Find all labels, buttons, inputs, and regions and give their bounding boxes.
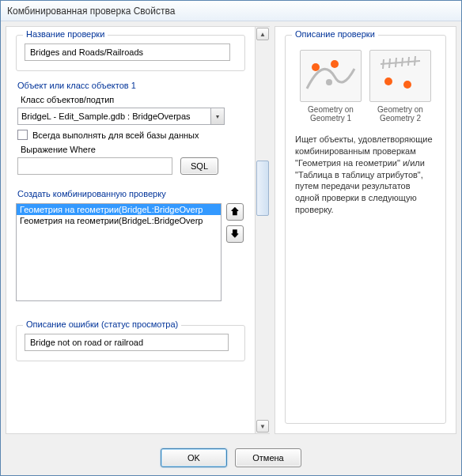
svg-point-2	[326, 79, 332, 85]
scroll-thumb[interactable]	[256, 161, 269, 216]
arrow-down-icon: 🡇	[230, 229, 240, 240]
thumb-caption: Geometry on Geometry 2	[377, 105, 423, 123]
svg-point-11	[403, 81, 411, 89]
error-group: Описание ошибки (статус просмотра)	[16, 325, 245, 361]
description-title: Описание проверки	[292, 29, 378, 39]
check-name-group: Название проверки	[16, 35, 245, 71]
error-label: Описание ошибки (статус просмотра)	[23, 319, 181, 329]
ok-button[interactable]: OK	[161, 448, 227, 467]
svg-line-9	[415, 56, 415, 66]
check-name-input[interactable]	[25, 43, 230, 61]
where-input[interactable]	[17, 157, 172, 175]
left-pane: Название проверки Объект или класс объек…	[6, 26, 256, 434]
thumb-caption: Geometry on Geometry 1	[308, 105, 354, 123]
dialog-window: Комбинированная проверка Свойства Назван…	[0, 0, 462, 476]
sql-button[interactable]: SQL	[180, 157, 218, 175]
cancel-button[interactable]: Отмена	[235, 448, 301, 467]
class-label: Класс объектов/подтип	[21, 95, 245, 104]
dialog-footer: OK Отмена	[6, 440, 456, 475]
vertical-scrollbar[interactable]: ▲ ▼	[256, 26, 270, 434]
panes: Название проверки Объект или класс объек…	[6, 26, 456, 440]
list-item[interactable]: Геометрия на геометрии(BridgeL:BridgeOve…	[17, 204, 221, 215]
always-run-checkbox[interactable]	[17, 130, 28, 140]
dialog-body: Название проверки Объект или класс объек…	[1, 21, 461, 475]
arrow-up-icon: 🡅	[230, 206, 240, 217]
svg-line-7	[402, 58, 403, 66]
thumbnail-row: Geometry on Geometry 1	[293, 50, 437, 123]
move-up-button[interactable]: 🡅	[226, 203, 244, 221]
svg-point-0	[312, 63, 320, 71]
svg-line-8	[408, 57, 409, 66]
class-combo[interactable]: BridgeL - Edit_Sample.gdb : BridgeOverpa…	[17, 108, 225, 125]
check-name-label: Название проверки	[23, 29, 108, 39]
description-text: Ищет объекты, удовлетворяющие комбиниров…	[293, 132, 437, 217]
always-run-row[interactable]: Всегда выполнять для всей базы данных	[17, 130, 245, 140]
combined-title: Создать комбинированную проверку	[17, 189, 245, 198]
thumbnail-1: Geometry on Geometry 1	[300, 50, 362, 123]
object-class-title: Объект или класс объектов 1	[17, 81, 245, 90]
geometry-icon	[369, 50, 431, 102]
right-pane: Описание проверки	[275, 26, 456, 434]
combined-listbox[interactable]: Геометрия на геометрии(BridgeL:BridgeOve…	[16, 203, 222, 301]
chevron-down-icon[interactable]: ▾	[210, 108, 225, 125]
where-label: Выражение Where	[21, 145, 245, 154]
always-run-label: Всегда выполнять для всей базы данных	[32, 130, 199, 140]
scroll-down-button[interactable]: ▼	[256, 420, 269, 433]
scroll-track[interactable]	[256, 42, 269, 418]
class-combo-value: BridgeL - Edit_Sample.gdb : BridgeOverpa…	[17, 108, 210, 125]
thumbnail-2: Geometry on Geometry 2	[369, 50, 431, 123]
svg-line-5	[389, 59, 390, 68]
list-item[interactable]: Геометрия на геометрии(BridgeL:BridgeOve…	[17, 215, 221, 226]
window-title: Комбинированная проверка Свойства	[7, 6, 175, 17]
scroll-up-button[interactable]: ▲	[256, 28, 269, 40]
titlebar[interactable]: Комбинированная проверка Свойства	[1, 1, 461, 21]
geometry-icon	[300, 50, 362, 102]
move-down-button[interactable]: 🡇	[226, 225, 244, 243]
svg-point-10	[384, 77, 392, 85]
svg-point-1	[331, 60, 339, 68]
svg-line-4	[383, 59, 384, 69]
description-group: Описание проверки	[285, 35, 446, 424]
error-input[interactable]	[25, 334, 229, 351]
svg-line-6	[396, 58, 396, 67]
